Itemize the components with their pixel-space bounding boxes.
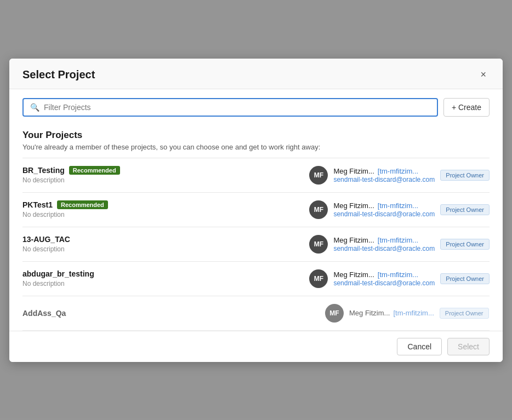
project-name: abdugar_br_testing — [22, 269, 94, 278]
modal-overlay: Select Project × 🔍 + Create Your Project… — [0, 0, 512, 420]
close-button[interactable]: × — [477, 68, 490, 80]
project-info: AddAss_Qa — [22, 309, 318, 318]
project-name-row: 13-AUG_TAC — [22, 235, 303, 244]
role-badge: Project Owner — [440, 273, 490, 284]
member-tag: [tm-mfitzim... — [378, 236, 418, 244]
project-info: abdugar_br_testingNo description — [22, 269, 303, 287]
search-box: 🔍 — [22, 98, 438, 117]
select-project-modal: Select Project × 🔍 + Create Your Project… — [9, 59, 503, 362]
search-area: 🔍 + Create — [9, 89, 503, 125]
member-email: sendmail-test-discard@oracle.com — [333, 176, 435, 183]
project-name: AddAss_Qa — [22, 309, 66, 318]
project-row[interactable]: BR_TestingRecommendedNo descriptionMFMeg… — [22, 158, 490, 193]
project-name-row: AddAss_Qa — [22, 309, 318, 318]
member-name-row: Meg Fitzim...[tm-mfitzim... — [333, 236, 435, 244]
project-info: 13-AUG_TACNo description — [22, 235, 303, 253]
member-name: Meg Fitzim... — [333, 202, 374, 210]
project-description: No description — [22, 245, 303, 253]
project-description: No description — [22, 211, 303, 218]
member-email: sendmail-test-discard@oracle.com — [333, 279, 435, 287]
member-email: sendmail-test-discard@oracle.com — [333, 210, 435, 218]
role-badge: Project Owner — [440, 308, 489, 319]
project-member: MFMeg Fitzim...[tm-mfitzim...sendmail-te… — [309, 269, 490, 288]
project-info: PKTest1RecommendedNo description — [22, 200, 303, 218]
avatar: MF — [325, 304, 344, 323]
project-member: MFMeg Fitzim...[tm-mfitzim...sendmail-te… — [309, 235, 490, 254]
modal-footer: Cancel Select — [9, 331, 503, 362]
member-name: Meg Fitzim... — [349, 309, 390, 317]
project-info: BR_TestingRecommendedNo description — [22, 166, 303, 184]
project-name-row: abdugar_br_testing — [22, 269, 303, 278]
avatar: MF — [309, 235, 328, 254]
member-tag: [tm-mfitzim... — [378, 202, 418, 210]
role-badge: Project Owner — [440, 239, 490, 250]
project-name: PKTest1 — [22, 200, 53, 209]
project-member: MFMeg Fitzim...[tm-mfitzim...sendmail-te… — [309, 166, 490, 185]
member-tag: [tm-mfitzim... — [393, 309, 434, 317]
project-row[interactable]: PKTest1RecommendedNo descriptionMFMeg Fi… — [22, 193, 490, 227]
member-name: Meg Fitzim... — [333, 271, 374, 279]
member-tag: [tm-mfitzim... — [378, 167, 418, 175]
member-name-row: Meg Fitzim...[tm-mfitzim... — [333, 271, 435, 279]
member-name-row: Meg Fitzim...[tm-mfitzim... — [333, 202, 435, 210]
project-member: MFMeg Fitzim...[tm-mfitzim...sendmail-te… — [309, 200, 490, 219]
member-name-row: Meg Fitzim...[tm-mfitzim... — [333, 167, 435, 175]
search-icon: 🔍 — [30, 103, 39, 112]
member-name-row: Meg Fitzim...[tm-mfitzim... — [349, 309, 434, 317]
role-badge: Project Owner — [440, 170, 490, 181]
create-button[interactable]: + Create — [443, 98, 490, 117]
search-input[interactable] — [44, 103, 430, 112]
project-row[interactable]: 13-AUG_TACNo descriptionMFMeg Fitzim...[… — [22, 227, 490, 262]
project-description: No description — [22, 176, 303, 184]
member-email: sendmail-test-discard@oracle.com — [333, 245, 435, 252]
section-title: Your Projects — [22, 130, 490, 141]
member-details: Meg Fitzim...[tm-mfitzim...sendmail-test… — [333, 236, 435, 252]
avatar: MF — [309, 269, 328, 288]
project-description: No description — [22, 280, 303, 287]
project-row[interactable]: abdugar_br_testingNo descriptionMFMeg Fi… — [22, 262, 490, 296]
recommended-badge: Recommended — [69, 166, 120, 175]
modal-body: Your Projects You're already a member of… — [9, 125, 503, 331]
member-tag: [tm-mfitzim... — [378, 271, 418, 279]
recommended-badge: Recommended — [57, 200, 108, 209]
modal-header: Select Project × — [9, 59, 503, 89]
project-name-row: PKTest1Recommended — [22, 200, 303, 209]
member-details: Meg Fitzim...[tm-mfitzim...sendmail-test… — [333, 271, 435, 287]
project-row[interactable]: AddAss_QaMFMeg Fitzim...[tm-mfitzim...Pr… — [22, 296, 490, 331]
project-name-row: BR_TestingRecommended — [22, 166, 303, 175]
member-name: Meg Fitzim... — [333, 236, 374, 244]
avatar: MF — [309, 166, 328, 185]
member-details: Meg Fitzim...[tm-mfitzim... — [349, 309, 434, 317]
member-name: Meg Fitzim... — [333, 167, 374, 175]
avatar: MF — [309, 200, 328, 219]
project-member: MFMeg Fitzim...[tm-mfitzim...Project Own… — [325, 304, 490, 323]
select-button[interactable]: Select — [447, 338, 490, 355]
modal-title: Select Project — [22, 68, 95, 81]
section-subtitle: You're already a member of these project… — [22, 143, 490, 151]
project-name: 13-AUG_TAC — [22, 235, 70, 244]
cancel-button[interactable]: Cancel — [397, 338, 442, 355]
role-badge: Project Owner — [440, 204, 490, 215]
projects-list[interactable]: BR_TestingRecommendedNo descriptionMFMeg… — [22, 158, 490, 331]
project-name: BR_Testing — [22, 166, 65, 175]
member-details: Meg Fitzim...[tm-mfitzim...sendmail-test… — [333, 202, 435, 218]
member-details: Meg Fitzim...[tm-mfitzim...sendmail-test… — [333, 167, 435, 183]
